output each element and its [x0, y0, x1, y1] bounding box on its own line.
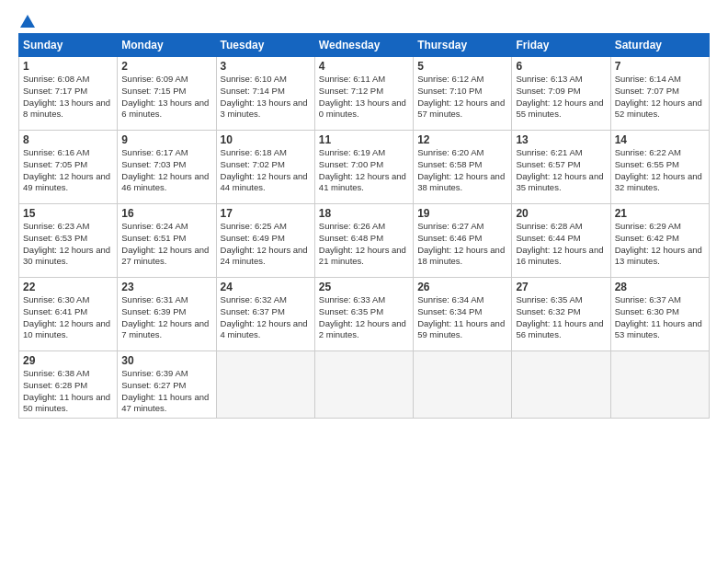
day-number: 26 — [417, 281, 507, 293]
calendar-cell — [314, 351, 413, 419]
day-info: Sunrise: 6:31 AMSunset: 6:39 PMDaylight:… — [121, 294, 211, 341]
day-info: Sunrise: 6:23 AMSunset: 6:53 PMDaylight:… — [23, 221, 113, 268]
calendar-cell: 15Sunrise: 6:23 AMSunset: 6:53 PMDayligh… — [19, 204, 118, 278]
day-number: 13 — [516, 133, 606, 146]
day-number: 22 — [23, 281, 113, 293]
day-number: 1 — [23, 60, 113, 73]
day-info: Sunrise: 6:22 AMSunset: 6:55 PMDaylight:… — [615, 147, 705, 194]
day-number: 24 — [221, 281, 311, 293]
day-number: 6 — [516, 60, 606, 73]
col-header-saturday: Saturday — [610, 34, 709, 57]
calendar-week-row: 1Sunrise: 6:08 AMSunset: 7:17 PMDaylight… — [19, 57, 710, 131]
calendar-cell: 6Sunrise: 6:13 AMSunset: 7:09 PMDaylight… — [512, 57, 610, 131]
calendar-cell — [610, 351, 709, 419]
calendar-week-row: 29Sunrise: 6:38 AMSunset: 6:28 PMDayligh… — [19, 351, 710, 419]
day-number: 10 — [221, 133, 311, 146]
calendar-cell: 30Sunrise: 6:39 AMSunset: 6:27 PMDayligh… — [118, 351, 216, 419]
day-info: Sunrise: 6:30 AMSunset: 6:41 PMDaylight:… — [23, 294, 113, 341]
calendar-cell: 26Sunrise: 6:34 AMSunset: 6:34 PMDayligh… — [414, 278, 512, 351]
day-info: Sunrise: 6:39 AMSunset: 6:27 PMDaylight:… — [121, 368, 211, 415]
day-number: 5 — [417, 60, 507, 73]
day-info: Sunrise: 6:24 AMSunset: 6:51 PMDaylight:… — [121, 221, 211, 268]
col-header-monday: Monday — [118, 34, 216, 57]
day-info: Sunrise: 6:32 AMSunset: 6:37 PMDaylight:… — [221, 294, 311, 341]
day-info: Sunrise: 6:28 AMSunset: 6:44 PMDaylight:… — [516, 221, 606, 268]
day-number: 9 — [121, 133, 211, 146]
calendar-cell: 13Sunrise: 6:21 AMSunset: 6:57 PMDayligh… — [512, 131, 610, 204]
calendar-week-row: 22Sunrise: 6:30 AMSunset: 6:41 PMDayligh… — [19, 278, 710, 351]
calendar-cell: 25Sunrise: 6:33 AMSunset: 6:35 PMDayligh… — [314, 278, 413, 351]
header — [18, 15, 710, 26]
day-info: Sunrise: 6:21 AMSunset: 6:57 PMDaylight:… — [516, 147, 606, 194]
col-header-tuesday: Tuesday — [216, 34, 314, 57]
day-number: 14 — [615, 133, 705, 146]
day-info: Sunrise: 6:27 AMSunset: 6:46 PMDaylight:… — [417, 221, 507, 268]
calendar-cell: 12Sunrise: 6:20 AMSunset: 6:58 PMDayligh… — [414, 131, 512, 204]
calendar-week-row: 15Sunrise: 6:23 AMSunset: 6:53 PMDayligh… — [19, 204, 710, 278]
day-info: Sunrise: 6:12 AMSunset: 7:10 PMDaylight:… — [417, 74, 507, 121]
day-info: Sunrise: 6:37 AMSunset: 6:30 PMDaylight:… — [615, 294, 705, 341]
day-number: 20 — [516, 207, 606, 220]
calendar-cell: 5Sunrise: 6:12 AMSunset: 7:10 PMDaylight… — [414, 57, 512, 131]
calendar-cell: 1Sunrise: 6:08 AMSunset: 7:17 PMDaylight… — [19, 57, 118, 131]
calendar-cell: 11Sunrise: 6:19 AMSunset: 7:00 PMDayligh… — [314, 131, 413, 204]
day-number: 27 — [516, 281, 606, 293]
day-number: 2 — [121, 60, 211, 73]
logo — [18, 15, 35, 26]
day-info: Sunrise: 6:20 AMSunset: 6:58 PMDaylight:… — [417, 147, 507, 194]
calendar-table: SundayMondayTuesdayWednesdayThursdayFrid… — [18, 33, 710, 419]
day-info: Sunrise: 6:25 AMSunset: 6:49 PMDaylight:… — [221, 221, 311, 268]
calendar-header-row: SundayMondayTuesdayWednesdayThursdayFrid… — [19, 34, 710, 57]
calendar-cell: 8Sunrise: 6:16 AMSunset: 7:05 PMDaylight… — [19, 131, 118, 204]
day-number: 3 — [221, 60, 311, 73]
day-number: 8 — [23, 133, 113, 146]
calendar-cell: 19Sunrise: 6:27 AMSunset: 6:46 PMDayligh… — [414, 204, 512, 278]
calendar-cell: 4Sunrise: 6:11 AMSunset: 7:12 PMDaylight… — [314, 57, 413, 131]
day-number: 18 — [319, 207, 409, 220]
day-info: Sunrise: 6:11 AMSunset: 7:12 PMDaylight:… — [319, 74, 409, 121]
calendar-cell: 3Sunrise: 6:10 AMSunset: 7:14 PMDaylight… — [216, 57, 314, 131]
calendar-cell: 17Sunrise: 6:25 AMSunset: 6:49 PMDayligh… — [216, 204, 314, 278]
day-info: Sunrise: 6:16 AMSunset: 7:05 PMDaylight:… — [23, 147, 113, 194]
calendar-cell: 28Sunrise: 6:37 AMSunset: 6:30 PMDayligh… — [610, 278, 709, 351]
day-number: 17 — [221, 207, 311, 220]
day-info: Sunrise: 6:19 AMSunset: 7:00 PMDaylight:… — [319, 147, 409, 194]
calendar-cell: 20Sunrise: 6:28 AMSunset: 6:44 PMDayligh… — [512, 204, 610, 278]
day-number: 16 — [121, 207, 211, 220]
calendar-cell — [512, 351, 610, 419]
day-info: Sunrise: 6:09 AMSunset: 7:15 PMDaylight:… — [121, 74, 211, 121]
calendar-cell: 14Sunrise: 6:22 AMSunset: 6:55 PMDayligh… — [610, 131, 709, 204]
calendar-cell: 16Sunrise: 6:24 AMSunset: 6:51 PMDayligh… — [118, 204, 216, 278]
day-info: Sunrise: 6:13 AMSunset: 7:09 PMDaylight:… — [516, 74, 606, 121]
day-number: 4 — [319, 60, 409, 73]
calendar-cell: 29Sunrise: 6:38 AMSunset: 6:28 PMDayligh… — [19, 351, 118, 419]
day-number: 28 — [615, 281, 705, 293]
day-info: Sunrise: 6:33 AMSunset: 6:35 PMDaylight:… — [319, 294, 409, 341]
calendar-cell: 21Sunrise: 6:29 AMSunset: 6:42 PMDayligh… — [610, 204, 709, 278]
day-number: 7 — [615, 60, 705, 73]
calendar-cell: 23Sunrise: 6:31 AMSunset: 6:39 PMDayligh… — [118, 278, 216, 351]
calendar-cell — [414, 351, 512, 419]
day-info: Sunrise: 6:34 AMSunset: 6:34 PMDaylight:… — [417, 294, 507, 341]
day-number: 12 — [417, 133, 507, 146]
day-number: 15 — [23, 207, 113, 220]
calendar-cell: 2Sunrise: 6:09 AMSunset: 7:15 PMDaylight… — [118, 57, 216, 131]
day-info: Sunrise: 6:18 AMSunset: 7:02 PMDaylight:… — [221, 147, 311, 194]
day-info: Sunrise: 6:14 AMSunset: 7:07 PMDaylight:… — [615, 74, 705, 121]
calendar-cell: 22Sunrise: 6:30 AMSunset: 6:41 PMDayligh… — [19, 278, 118, 351]
calendar-cell: 24Sunrise: 6:32 AMSunset: 6:37 PMDayligh… — [216, 278, 314, 351]
day-info: Sunrise: 6:08 AMSunset: 7:17 PMDaylight:… — [23, 74, 113, 121]
day-number: 29 — [23, 354, 113, 367]
col-header-thursday: Thursday — [414, 34, 512, 57]
day-number: 19 — [417, 207, 507, 220]
day-info: Sunrise: 6:17 AMSunset: 7:03 PMDaylight:… — [121, 147, 211, 194]
col-header-sunday: Sunday — [19, 34, 118, 57]
logo-triangle-icon — [20, 15, 35, 28]
calendar-cell: 18Sunrise: 6:26 AMSunset: 6:48 PMDayligh… — [314, 204, 413, 278]
day-number: 23 — [121, 281, 211, 293]
day-number: 25 — [319, 281, 409, 293]
day-info: Sunrise: 6:35 AMSunset: 6:32 PMDaylight:… — [516, 294, 606, 341]
calendar-cell: 9Sunrise: 6:17 AMSunset: 7:03 PMDaylight… — [118, 131, 216, 204]
day-info: Sunrise: 6:10 AMSunset: 7:14 PMDaylight:… — [221, 74, 311, 121]
calendar-cell: 10Sunrise: 6:18 AMSunset: 7:02 PMDayligh… — [216, 131, 314, 204]
